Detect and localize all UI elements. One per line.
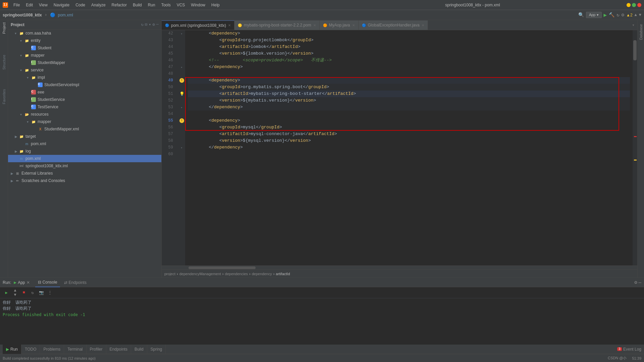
sync-icon[interactable]: ↻ bbox=[141, 22, 144, 27]
minimize-panel-button[interactable]: — bbox=[639, 280, 641, 285]
tree-item-scratches[interactable]: ▶ ✏ Scratches and Consoles bbox=[8, 177, 161, 184]
menu-vcs[interactable]: VCS bbox=[174, 2, 188, 8]
menu-build[interactable]: Build bbox=[130, 2, 145, 8]
menu-refactor[interactable]: Refactor bbox=[109, 2, 129, 8]
menu-code[interactable]: Code bbox=[73, 2, 88, 8]
scroll-down-button[interactable]: ▼ bbox=[11, 293, 19, 297]
clear-console-button[interactable]: ↻ bbox=[29, 289, 36, 296]
menu-analyze[interactable]: Analyze bbox=[89, 2, 108, 8]
run-app-icon[interactable]: ▶ bbox=[14, 280, 16, 285]
profiler-tool-tab[interactable]: Profiler bbox=[87, 345, 106, 354]
maximize-button[interactable] bbox=[632, 3, 636, 7]
tree-item-entity[interactable]: ▾ 📁 entity bbox=[8, 37, 161, 44]
run-button[interactable]: ▶ bbox=[604, 12, 607, 18]
app-dropdown-button[interactable]: App ▾ bbox=[586, 12, 602, 18]
build-icon[interactable]: 🔨 bbox=[609, 12, 614, 18]
run-close-button[interactable]: ✕ bbox=[26, 280, 30, 285]
screenshot-button[interactable]: 📷 bbox=[38, 289, 45, 296]
problems-tool-tab[interactable]: Problems bbox=[40, 345, 64, 354]
settings-icon[interactable]: ⚙ bbox=[622, 12, 624, 18]
minimize-button[interactable] bbox=[627, 3, 631, 7]
minimize-panel-icon[interactable]: — bbox=[156, 22, 159, 27]
tree-item-studentmapper-xml[interactable]: ▶ X StudentMapper.xml bbox=[8, 125, 161, 133]
tree-item-studentservice[interactable]: ▶ I StudentService bbox=[8, 96, 161, 103]
h-scroll-thumb[interactable] bbox=[189, 266, 256, 269]
terminal-tool-tab[interactable]: Terminal bbox=[64, 345, 86, 354]
event-log-button[interactable]: Event Log bbox=[623, 347, 641, 352]
tree-item-eee[interactable]: ▶ C eee bbox=[8, 88, 161, 96]
tab-close-button[interactable]: ✕ bbox=[422, 23, 424, 27]
breadcrumb-dependencies[interactable]: dependencies bbox=[225, 272, 248, 276]
spring-tool-tab[interactable]: Spring bbox=[147, 345, 166, 354]
breadcrumb-artifact-id[interactable]: artifactId bbox=[276, 272, 290, 276]
menu-file[interactable]: File bbox=[11, 2, 22, 8]
more-options-button[interactable]: ⋮ bbox=[46, 289, 54, 296]
play-button[interactable]: ▶ bbox=[3, 289, 10, 296]
chevron-up-icon[interactable]: ▲ bbox=[635, 13, 637, 17]
project-tool-button[interactable]: Project bbox=[1, 21, 7, 35]
menu-run[interactable]: Run bbox=[145, 2, 158, 8]
tree-item-iml[interactable]: ▶ iml springboot1008_ktlx.iml bbox=[8, 162, 161, 170]
tab-mybatis[interactable]: 🟡 mybatis-spring-boot-starter-2.2.2.pom … bbox=[234, 20, 320, 30]
breadcrumb-dependency[interactable]: dependency bbox=[252, 272, 272, 276]
menu-navigate[interactable]: Navigate bbox=[51, 2, 72, 8]
lightbulb-icon[interactable]: 💡 bbox=[179, 92, 184, 97]
tab-close-button[interactable]: ✕ bbox=[228, 23, 231, 27]
stop-button[interactable]: ■ bbox=[20, 289, 28, 296]
tree-item-student[interactable]: ▶ C Student bbox=[8, 44, 161, 52]
reload-icon[interactable]: ↻ bbox=[616, 12, 619, 18]
menu-bar[interactable]: File Edit View Navigate Code Analyze Ref… bbox=[11, 2, 319, 8]
fold-end-icon[interactable]: ▸ bbox=[181, 106, 183, 109]
database-panel-button[interactable]: Database bbox=[638, 21, 644, 43]
run-tool-tab[interactable]: ▶ Run bbox=[3, 345, 21, 354]
tree-item-resources[interactable]: ▾ 📂 resources bbox=[8, 111, 161, 118]
tab-pom-xml[interactable]: 🔵 pom.xml (springboot1008_ktlx) ✕ bbox=[162, 20, 234, 30]
fold-end-icon[interactable]: ▸ bbox=[181, 66, 183, 69]
tab-close-button[interactable]: ✕ bbox=[352, 23, 355, 27]
warnings-label[interactable]: ▲2 bbox=[626, 13, 633, 17]
tree-item-pom-xml-child[interactable]: ▶ m pom.xml bbox=[8, 140, 161, 147]
tree-item-mapper[interactable]: ▾ 📁 mapper bbox=[8, 52, 161, 59]
console-tab[interactable]: ⊟ Console bbox=[35, 278, 60, 287]
tab-globalexception[interactable]: 🔵 GlobalExceptionHandler.java ✕ bbox=[359, 20, 428, 30]
tree-item-testservice[interactable]: ▶ C TestService bbox=[8, 103, 161, 111]
menu-tools[interactable]: Tools bbox=[159, 2, 173, 8]
tree-item-external-libs[interactable]: ▶ ⊞ External Libraries bbox=[8, 170, 161, 177]
menu-help[interactable]: Help bbox=[209, 2, 222, 8]
tab-myaop[interactable]: 🟠 MyAop.java ✕ bbox=[320, 20, 359, 30]
tree-item-target[interactable]: ▶ 📁 target bbox=[8, 133, 161, 140]
code-area[interactable]: <dependency> <groupId>org.projectlombok<… bbox=[185, 30, 633, 265]
more-tabs-button[interactable]: ▾ bbox=[629, 20, 637, 30]
settings-panel-icon[interactable]: ⚙ bbox=[634, 280, 637, 285]
warning-icon[interactable]: ! bbox=[179, 118, 184, 123]
window-controls[interactable] bbox=[627, 3, 641, 7]
menu-window[interactable]: Window bbox=[188, 2, 208, 8]
endpoints-tab[interactable]: ⇄ Endpoints bbox=[61, 278, 89, 287]
vertical-scrollbar[interactable] bbox=[633, 30, 637, 265]
warning-icon[interactable]: ! bbox=[179, 78, 184, 83]
tree-item-service[interactable]: ▾ 📁 service bbox=[8, 66, 161, 74]
horizontal-scrollbar[interactable] bbox=[162, 265, 637, 269]
endpoints-tool-tab[interactable]: Endpoints bbox=[106, 345, 131, 354]
scroll-thumb[interactable] bbox=[633, 40, 637, 60]
tree-item-studentserviceimpl[interactable]: ▶ C StudentServiceImpl bbox=[8, 81, 161, 88]
menu-view[interactable]: View bbox=[36, 2, 50, 8]
fold-end-icon[interactable]: ▸ bbox=[181, 146, 183, 149]
build-tool-tab[interactable]: Build bbox=[131, 345, 147, 354]
chevron-down-icon[interactable]: ▼ bbox=[639, 13, 641, 17]
breadcrumb-dependency-mgmt[interactable]: dependencyManagement bbox=[179, 272, 221, 276]
structure-tool-button[interactable]: Structure bbox=[1, 56, 7, 69]
tab-close-button[interactable]: ✕ bbox=[313, 23, 316, 27]
menu-edit[interactable]: Edit bbox=[23, 2, 36, 8]
tree-item-mapper-resources[interactable]: ▾ 📁 mapper bbox=[8, 118, 161, 125]
breadcrumb-project[interactable]: project bbox=[164, 272, 175, 276]
tree-item-impl[interactable]: ▾ 📁 impl bbox=[8, 74, 161, 81]
scroll-up-button[interactable]: ▲ bbox=[11, 289, 19, 292]
filter-icon[interactable]: ▾ bbox=[149, 22, 151, 27]
close-button[interactable] bbox=[637, 3, 641, 7]
collapse-all-icon[interactable]: ⊟ bbox=[145, 22, 147, 27]
tree-item-studentmapper[interactable]: ▶ I StudentMapper bbox=[8, 59, 161, 66]
tree-item-com-aaa-haha[interactable]: ▾ 📁 com.aaa.haha bbox=[8, 29, 161, 37]
settings-gear-icon[interactable]: ⚙ bbox=[153, 22, 155, 27]
favorites-tool-button[interactable]: Favorites bbox=[1, 90, 7, 103]
